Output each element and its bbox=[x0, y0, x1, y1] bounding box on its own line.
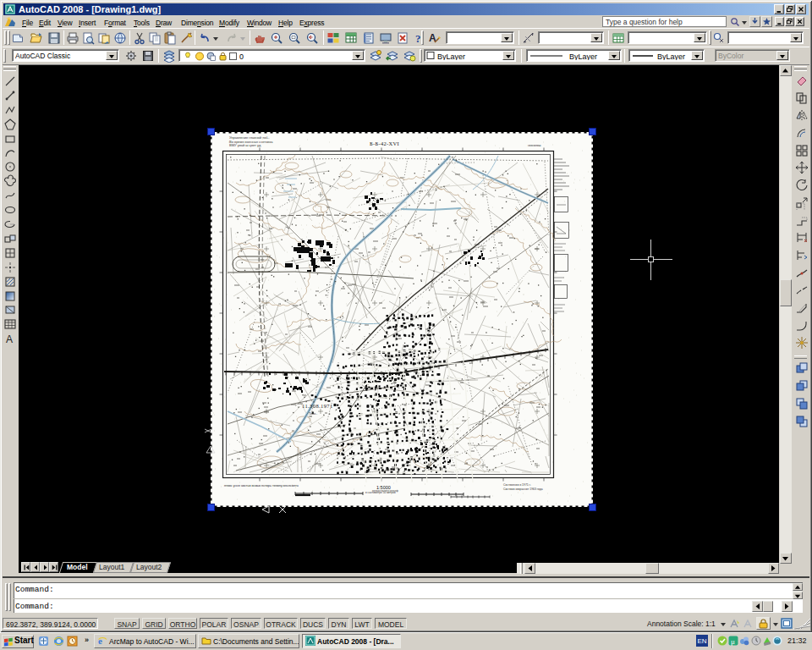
svg-text:μ: μ bbox=[731, 637, 735, 646]
svg-text:e: e bbox=[98, 636, 102, 646]
